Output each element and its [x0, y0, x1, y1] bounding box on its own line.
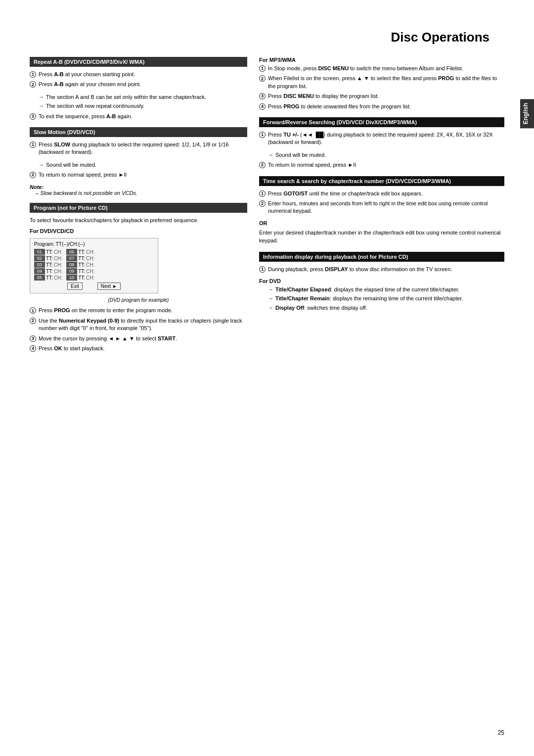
num-circle-2: 2 [30, 81, 36, 88]
prog-num: 06 [66, 249, 77, 255]
prog-row: 05TT:CH: [34, 275, 62, 281]
prog-num: 04 [34, 268, 45, 274]
list-item: 2 Use the Numerical Keypad (0-9) to dire… [30, 317, 247, 332]
item-text: Press A-B again at your chosen end point… [39, 81, 141, 88]
item-text: Press PROG to delete unwanted files from… [268, 103, 411, 110]
item-text: Press PROG on the remote to enter the pr… [39, 307, 173, 314]
num-circle-4: 4 [30, 345, 36, 352]
note-dash: – Slow backward is not possible on VCDs. [36, 190, 247, 196]
prog-num: 10 [66, 275, 77, 281]
prog-tt: TT: [78, 256, 85, 261]
item-text: Use the Numerical Keypad (0-9) to direct… [39, 317, 247, 332]
prog-exit: Exit [67, 283, 83, 290]
num-circle-1: 1 [259, 266, 266, 273]
item-text: Move the cursor by pressing ◄ ► ▲ ▼ to s… [39, 335, 177, 342]
prog-num: 03 [34, 262, 45, 268]
item-text: Press GOTO/ST until the time or chapter/… [268, 190, 423, 197]
arrow-text: The section will now repeat continuously… [46, 102, 144, 110]
prog-num: 02 [34, 255, 45, 261]
or-text: Enter your desired chapter/track number … [259, 229, 504, 245]
num-circle-3: 3 [259, 93, 266, 99]
arrow-text: Sound will be muted. [46, 161, 96, 169]
arrow-text: Title/Chapter Remain: displays the remai… [275, 295, 463, 302]
item-text: Press DISC MENU to display the program l… [268, 93, 379, 100]
arrow-icon: → [39, 94, 44, 101]
item-text: Press A-B at your chosen starting point. [39, 71, 135, 78]
arrow-text: Title/Chapter Elapsed: displays the elap… [275, 286, 459, 293]
arrow-item: → Title/Chapter Remain: displays the rem… [268, 295, 504, 302]
time-search-list: 1 Press GOTO/ST until the time or chapte… [259, 190, 504, 215]
num-circle-2: 2 [30, 318, 36, 324]
prog-ch: CH: [86, 275, 94, 281]
prog-ch: CH: [54, 269, 62, 274]
for-mp3-wma-label: For MP3/WMA [259, 57, 504, 63]
prog-tt: TT: [46, 275, 53, 281]
slow-motion-list: 1 Press SLOW during playback to select t… [30, 141, 247, 156]
repeat-ab-list-3: 3 To exit the sequence, press A-B again. [30, 113, 247, 120]
prog-num: 09 [66, 268, 77, 274]
prog-tt: TT: [46, 269, 53, 274]
section-fwd-rev: Forward/Reverse Searching (DVD/VCD/ DivX… [259, 117, 504, 169]
program-items: 1 Press PROG on the remote to enter the … [30, 307, 247, 352]
note-block: Note: – Slow backward is not possible on… [30, 184, 247, 196]
prog-num: 07 [66, 255, 77, 261]
fwd-rev-list: 1 Press TU +/- (◄◄ ██) during playback t… [259, 131, 504, 146]
list-item: 3 Press DISC MENU to display the program… [259, 93, 504, 100]
section-slow-motion: Slow Motion (DVD/VCD) 1 Press SLOW durin… [30, 127, 247, 196]
arrow-item: → Title/Chapter Elapsed: displays the el… [268, 286, 504, 293]
item-text: To exit the sequence, press A-B again. [39, 113, 133, 120]
list-item: 1 Press PROG on the remote to enter the … [30, 307, 247, 314]
note-label: Note: [30, 184, 247, 190]
arrow-item: → Sound will be muted. [39, 161, 247, 169]
for-dvd-label: For DVD [259, 278, 504, 284]
list-item: 3 Move the cursor by pressing ◄ ► ▲ ▼ to… [30, 335, 247, 342]
num-circle-2: 2 [259, 162, 266, 168]
arrow-text: Display Off: switches time display off. [275, 304, 367, 312]
arrow-icon: → [268, 151, 273, 159]
section-header-slow-motion: Slow Motion (DVD/VCD) [30, 127, 247, 137]
prog-tt: TT: [46, 262, 53, 268]
program-intro: To select favourite tracks/chapters for … [30, 217, 247, 225]
prog-tt: TT: [46, 249, 53, 255]
section-header-repeat-ab: Repeat A-B (DVD/VCD/CD/MP3/DivX/ WMA) [30, 57, 247, 67]
prog-row: 06TT:CH: [66, 249, 94, 255]
section-header-info: Information display during playback (not… [259, 252, 504, 262]
for-dvd-section: For DVD → Title/Chapter Elapsed: display… [259, 278, 504, 312]
arrow-icon: → [268, 304, 273, 312]
prog-num: 05 [34, 275, 45, 281]
fwd-rev-list-2: 2 To return to normal speed, press ►II [259, 161, 504, 169]
item-text: Press OK to start playback. [39, 345, 105, 352]
or-label: OR [259, 220, 504, 226]
language-tab: English [520, 99, 534, 128]
dvd-program-table: Program: TT(--)/CH:(--) 01TT:CH: 02TT:CH… [30, 238, 158, 293]
num-circle-3: 3 [30, 113, 36, 120]
prog-ch: CH: [54, 275, 62, 281]
prog-ch: CH: [86, 249, 94, 255]
prog-row: 02TT:CH: [34, 255, 62, 261]
prog-bottom: Exit Next ► [34, 283, 154, 290]
num-circle-1: 1 [30, 71, 36, 78]
section-header-fwd-rev: Forward/Reverse Searching (DVD/VCD/ DivX… [259, 117, 504, 127]
item-text: To return to normal speed, press ►II [268, 161, 356, 169]
list-item: 4 Press OK to start playback. [30, 345, 247, 352]
item-text: Press TU +/- (◄◄ ██) during playback to … [268, 131, 504, 146]
prog-ch: CH: [54, 262, 62, 268]
prog-title: Program: TT(--)/CH:(--) [34, 241, 154, 247]
prog-tt: TT: [78, 269, 85, 274]
prog-ch: CH: [86, 256, 94, 261]
prog-tt: TT: [78, 262, 85, 268]
prog-ch: CH: [86, 262, 94, 268]
list-item: 1 Press SLOW during playback to select t… [30, 141, 247, 156]
arrow-icon: → [268, 295, 273, 302]
section-mp3-wma: For MP3/WMA 1 In Stop mode, press DISC M… [259, 57, 504, 110]
repeat-ab-list: 1 Press A-B at your chosen starting poin… [30, 71, 247, 89]
prog-tt: TT: [46, 256, 53, 261]
arrow-text: The section A and B can be set only with… [46, 94, 206, 101]
slow-motion-list-2: 2 To return to normal speed, press ►II [30, 171, 247, 179]
prog-row: 03TT:CH: [34, 262, 62, 268]
prog-row: 07TT:CH: [66, 255, 94, 261]
arrow-icon: → [39, 161, 44, 169]
prog-ch: CH: [54, 256, 62, 261]
num-circle-2: 2 [30, 172, 36, 178]
list-item: 1 Press TU +/- (◄◄ ██) during playback t… [259, 131, 504, 146]
